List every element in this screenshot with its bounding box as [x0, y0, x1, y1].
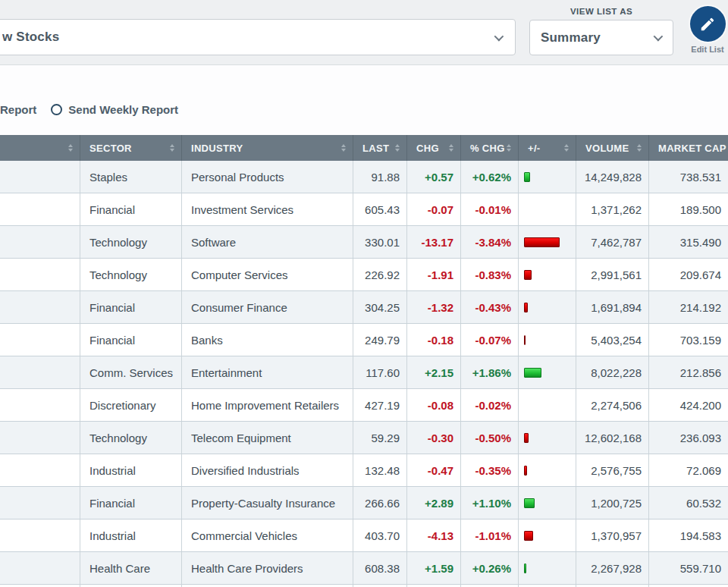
cell-pchg: -3.84% [461, 226, 519, 258]
column-header-chg[interactable]: CHG [407, 135, 461, 161]
cell-sector: Technology [80, 259, 182, 290]
column-header-sector[interactable]: SECTOR [80, 135, 182, 161]
cell-mktcap: 209.674 [649, 259, 728, 290]
cell-last: 605.43 [353, 193, 407, 225]
edit-list-button[interactable]: Edit List [687, 6, 728, 54]
cell-mktcap: 194.583 [649, 520, 728, 551]
cell-sector: Financial [80, 291, 182, 323]
cell-industry: Personal Products [182, 161, 353, 193]
cell-mktcap: 189.500 [649, 193, 728, 225]
cell-chg: -0.07 [407, 193, 461, 225]
cell-mktcap: 212.856 [649, 356, 728, 388]
cell-pchg: -0.83% [461, 259, 519, 290]
chevron-down-icon [494, 31, 504, 41]
cell-sector: Financial [80, 487, 182, 519]
column-header--[interactable]: +/- [519, 135, 576, 161]
table-row: IndustrialDiversified Industrials132.48-… [0, 454, 728, 487]
positive-change-bar [524, 563, 526, 573]
cell-change-bar [519, 389, 576, 421]
cell-pchg: -1.01% [461, 520, 519, 551]
cell-chg: -4.13 [407, 520, 461, 551]
edit-list-circle[interactable] [690, 6, 726, 42]
negative-change-bar [524, 466, 527, 476]
sort-arrows-icon [170, 144, 174, 152]
cell-change-bar [519, 324, 576, 356]
cell-sector: Staples [80, 161, 182, 193]
cell-last: 91.88 [353, 161, 407, 193]
report-frequency-options: Report Send Weekly Report [0, 99, 178, 119]
column-header-volume[interactable]: VOLUME [576, 135, 649, 161]
cell-pchg: +0.62% [461, 161, 519, 193]
cell-volume: 7,462,787 [576, 226, 649, 258]
sort-arrows-icon [395, 144, 400, 152]
cell-symbol-clipped [0, 356, 80, 388]
column-header--chg[interactable]: % CHG [461, 135, 519, 161]
cell-symbol-clipped [0, 422, 80, 454]
watchlist-page: w Stocks VIEW LIST AS Summary Edit List … [0, 0, 728, 587]
cell-mktcap: 60.532 [649, 487, 728, 519]
cell-pchg: -0.01% [461, 193, 519, 225]
sort-arrows-icon [507, 144, 511, 152]
cell-chg: +1.59 [407, 552, 461, 584]
cell-change-bar [519, 356, 576, 388]
chevron-down-icon [654, 32, 664, 42]
cell-symbol-clipped [0, 552, 80, 584]
positive-change-bar [524, 498, 535, 508]
negative-change-bar [524, 270, 532, 280]
cell-pchg: -0.50% [461, 422, 519, 454]
column-header-label: % CHG [470, 143, 505, 154]
cell-volume: 5,403,254 [576, 324, 649, 356]
table-row: FinancialInvestment Services605.43-0.07-… [0, 193, 728, 226]
column-header-symbol[interactable] [0, 135, 80, 161]
cell-change-bar [519, 422, 576, 454]
cell-chg: -13.17 [407, 226, 461, 258]
cell-industry: Entertainment [182, 356, 353, 388]
cell-industry: Telecom Equipment [182, 422, 353, 454]
cell-last: 132.48 [353, 454, 407, 486]
edit-list-label: Edit List [687, 45, 728, 54]
column-header-industry[interactable]: INDUSTRY [182, 135, 353, 161]
cell-chg: -1.32 [407, 291, 461, 323]
cell-volume: 14,249,828 [576, 161, 649, 193]
view-list-as-select[interactable]: Summary [529, 20, 673, 55]
cell-change-bar [519, 454, 576, 486]
cell-chg: +0.57 [407, 161, 461, 193]
cell-symbol-clipped [0, 389, 80, 421]
cell-symbol-clipped [0, 520, 80, 551]
cell-change-bar [519, 226, 576, 258]
cell-industry: Consumer Finance [182, 291, 353, 323]
column-header-label: SECTOR [89, 143, 132, 154]
table-row: FinancialProperty-Casualty Insurance266.… [0, 487, 728, 520]
negative-change-bar [524, 433, 529, 443]
column-header-label: VOLUME [585, 143, 629, 154]
cell-sector: Financial [80, 193, 182, 225]
cell-volume: 12,602,168 [576, 422, 649, 454]
cell-pchg: -0.02% [461, 389, 519, 421]
cell-industry: Computer Services [182, 259, 353, 290]
cell-sector: Industrial [80, 454, 182, 486]
table-row: Health CareHealth Care Providers608.38+1… [0, 552, 728, 585]
table-row: FinancialBanks249.79-0.18-0.07%5,403,254… [0, 324, 728, 356]
cell-industry: Banks [182, 324, 353, 356]
cell-sector: Discretionary [80, 389, 182, 421]
cell-chg: -0.30 [407, 422, 461, 454]
cell-last: 403.70 [353, 520, 407, 551]
cell-sector: Technology [80, 226, 182, 258]
cell-pchg: -0.43% [461, 291, 519, 323]
column-header-market-cap[interactable]: MARKET CAP [649, 135, 728, 161]
column-header-last[interactable]: LAST [353, 135, 407, 161]
weekly-report-radio[interactable] [51, 104, 62, 115]
cell-industry: Health Care Providers [182, 552, 353, 584]
cell-change-bar [519, 259, 576, 290]
watchlist-select[interactable]: w Stocks [0, 19, 516, 55]
cell-chg: -0.18 [407, 324, 461, 356]
table-header-row: SECTORINDUSTRYLASTCHG% CHG+/-VOLUMEMARKE… [0, 135, 728, 161]
cell-pchg: +0.26% [461, 552, 519, 584]
cell-mktcap: 738.531 [649, 161, 728, 193]
table-row: IndustrialCommercial Vehicles403.70-4.13… [0, 520, 728, 552]
cell-last: 304.25 [353, 291, 407, 323]
cell-last: 249.79 [353, 324, 407, 356]
cell-volume: 2,267,928 [576, 552, 649, 584]
cell-last: 266.66 [353, 487, 407, 519]
table-row: TechnologyTelecom Equipment59.29-0.30-0.… [0, 422, 728, 454]
